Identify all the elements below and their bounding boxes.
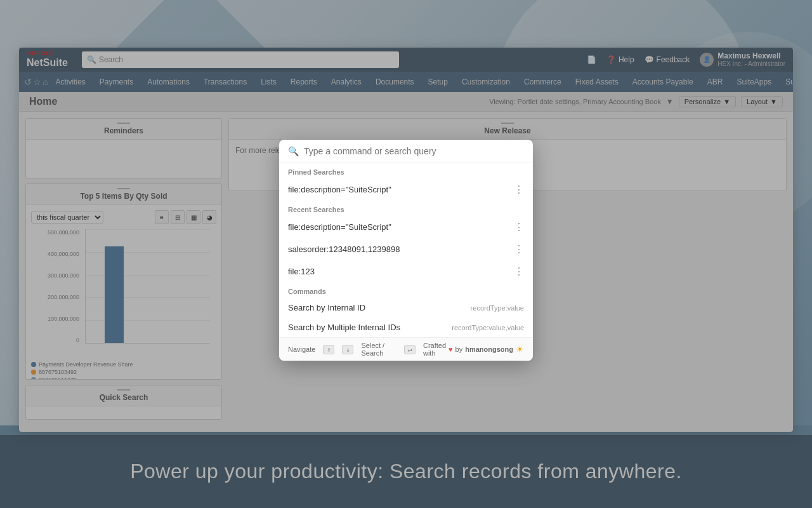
arrow-up-kbd: ↑: [323, 345, 334, 354]
recent-item-3-menu[interactable]: ⋮: [514, 265, 524, 277]
modal-body: Pinned Searches file:description="SuiteS…: [279, 163, 533, 337]
pinned-searches-label: Pinned Searches: [279, 163, 533, 178]
modal-search-bar: 🔍: [279, 140, 533, 163]
modal-search-input[interactable]: [304, 146, 524, 156]
select-search-label: Select / Search: [361, 342, 396, 357]
command-1[interactable]: Search by Internal ID recordType:value: [279, 298, 533, 318]
recent-item-1-menu[interactable]: ⋮: [514, 221, 524, 233]
recent-item-2[interactable]: salesorder:12348091,1239898 ⋮: [279, 238, 533, 260]
footer-right: Crafted with ♥ by hmanongsong ☀: [423, 342, 524, 357]
modal-search-icon: 🔍: [288, 146, 299, 156]
recent-searches-label: Recent Searches: [279, 201, 533, 216]
command-2[interactable]: Search by Multiple Internal IDs recordTy…: [279, 318, 533, 337]
search-modal: 🔍 Pinned Searches file:description="Suit…: [279, 140, 533, 361]
pinned-item-1-menu[interactable]: ⋮: [514, 184, 524, 196]
modal-footer: Navigate ↑ ↓ Select / Search ↵ Crafted w…: [279, 337, 533, 361]
sun-icon: ☀: [516, 344, 524, 354]
recent-item-1[interactable]: file:description="SuiteScript" ⋮: [279, 216, 533, 238]
recent-item-3[interactable]: file:123 ⋮: [279, 260, 533, 283]
enter-kbd: ↵: [404, 345, 416, 354]
heart-icon: ♥: [449, 345, 453, 353]
navigate-label: Navigate: [288, 345, 315, 353]
arrow-down-kbd: ↓: [342, 345, 353, 354]
recent-item-2-menu[interactable]: ⋮: [514, 243, 524, 255]
pinned-item-1[interactable]: file:description="SuiteScript" ⋮: [279, 178, 533, 201]
commands-label: Commands: [279, 283, 533, 298]
